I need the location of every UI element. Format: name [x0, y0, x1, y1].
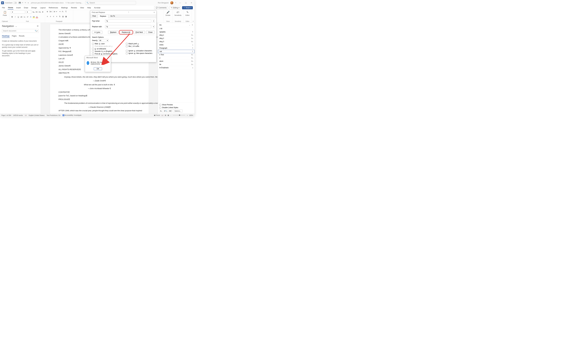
increase-indent-icon[interactable]: ⇥ — [59, 10, 61, 13]
font-color-icon[interactable]: A — [36, 16, 38, 18]
focus-mode-button[interactable]: ▣ Focus — [154, 114, 160, 116]
status-language[interactable]: English (United States) — [29, 115, 45, 116]
tab-review[interactable]: Review — [71, 6, 77, 9]
shrink-font-icon[interactable]: A▾ — [35, 11, 38, 13]
status-words[interactable]: 142518 words — [13, 115, 23, 116]
close-button[interactable]: Close — [146, 31, 155, 34]
tab-draw[interactable]: Draw — [24, 6, 28, 9]
user-avatar-icon[interactable] — [170, 1, 173, 4]
style-item[interactable]: le Emphasisa — [158, 66, 194, 69]
clear-formatting-icon[interactable]: A̸ — [42, 11, 44, 13]
tab-mailings[interactable]: Mailings — [61, 6, 68, 9]
search-box[interactable]: 🔍 Search — [85, 1, 136, 5]
new-style-icon[interactable]: A₊ — [159, 109, 163, 112]
style-item[interactable]: Paragraph¶ — [158, 46, 194, 50]
show-preview-checkbox[interactable]: Show Preview — [159, 104, 193, 106]
bold-icon[interactable]: B — [11, 16, 13, 18]
less-button[interactable]: << Less — [92, 31, 102, 34]
replace-all-button[interactable]: Replace All — [120, 31, 132, 34]
tab-acrobat[interactable]: Acrobat — [94, 6, 101, 9]
spellcheck-icon[interactable]: 📖 — [25, 114, 27, 116]
redo-icon[interactable]: ↷ — [24, 2, 27, 4]
style-item[interactable]: erlinka — [158, 43, 194, 46]
nav-tab-headings[interactable]: Headings — [2, 34, 10, 38]
style-item[interactable]: r All — [158, 27, 194, 30]
font-size-select[interactable]: ▾ — [26, 10, 32, 13]
maximize-icon[interactable]: ▢ — [184, 2, 188, 4]
zoom-in-icon[interactable]: + — [187, 115, 187, 116]
tab-view[interactable]: View — [80, 6, 84, 9]
fr-tab-goto[interactable]: Go To — [108, 14, 117, 18]
tab-home[interactable]: Home — [8, 6, 13, 9]
search-scope-select[interactable]: All▾ — [99, 39, 109, 42]
share-button[interactable]: ⇪ Share ▾ — [182, 6, 193, 9]
style-options-button[interactable]: Options... — [173, 110, 183, 112]
close-icon[interactable]: ✕ — [192, 24, 193, 26]
tab-design[interactable]: Design — [31, 6, 37, 9]
match-prefix-checkbox[interactable]: Match prefix — [126, 43, 152, 45]
decrease-indent-icon[interactable]: ⇤ — [56, 10, 58, 13]
disable-linked-checkbox[interactable]: Disable Linked Styles — [159, 107, 193, 109]
paste-button[interactable]: 📋Paste — [1, 10, 9, 16]
ignore-whitespace-checkbox[interactable]: Ignore white-space characters — [126, 52, 152, 54]
match-suffix-checkbox[interactable]: Match suffix — [126, 45, 152, 47]
style-item[interactable]: ature⁋a — [158, 60, 194, 63]
tab-layout[interactable]: Layout — [40, 6, 46, 9]
style-item[interactable]: ding 3⁋a — [158, 40, 194, 43]
qat-dropdown-icon[interactable]: ▾ — [27, 2, 30, 4]
switch-off-icon[interactable] — [13, 2, 17, 4]
help-icon[interactable]: ? — [128, 11, 129, 13]
style-item[interactable]: ography¶ — [158, 30, 194, 33]
all-word-forms-checkbox[interactable]: Find all word forms (English) — [92, 53, 117, 55]
sounds-like-checkbox[interactable]: Sounds like (English) — [92, 50, 117, 52]
status-accessibility[interactable]: ♿ Accessibility: Investigate — [62, 114, 82, 116]
fr-tab-find[interactable]: Find — [90, 14, 98, 18]
read-mode-icon[interactable]: 📖 — [161, 114, 163, 116]
close-icon[interactable]: ✕ — [189, 2, 193, 4]
fr-tab-replace[interactable]: Replace — [98, 14, 108, 18]
zoom-slider[interactable] — [173, 115, 185, 116]
status-predictions[interactable]: Text Predictions: On — [46, 115, 60, 116]
multilevel-list-icon[interactable]: ⋮≣ — [52, 10, 55, 13]
italic-icon[interactable]: I — [14, 16, 16, 18]
align-center-icon[interactable]: ≡ — [49, 15, 52, 18]
style-item[interactable]: tle⁋a — [158, 63, 194, 66]
style-item[interactable]: ding 2⁋a — [158, 37, 194, 40]
grow-font-icon[interactable]: A▴ — [32, 11, 34, 13]
sort-icon[interactable]: A↓ — [62, 10, 64, 13]
change-case-icon[interactable]: Aa — [39, 11, 41, 13]
sensitivity-button[interactable]: 🏷Sensitivity — [174, 10, 182, 16]
strikethrough-icon[interactable]: ab — [20, 16, 23, 18]
editing-mode-button[interactable]: ✎ Editing ▾ — [169, 6, 181, 9]
save-icon[interactable]: 💾 — [18, 2, 21, 4]
comments-button[interactable]: 💬 Comments — [154, 6, 168, 9]
align-left-icon[interactable]: ≡ — [46, 15, 48, 18]
nav-search-input[interactable]: Search document🔍▾ — [2, 29, 39, 33]
borders-icon[interactable]: ▦ — [65, 15, 67, 18]
zoom-level[interactable]: 100% — [189, 115, 193, 116]
close-icon[interactable]: ✕ — [37, 25, 39, 28]
highlight-icon[interactable]: ab — [33, 16, 35, 18]
close-icon[interactable]: ✕ — [154, 11, 155, 13]
numbering-icon[interactable]: 1≣ — [49, 10, 52, 13]
chevron-down-icon[interactable]: ⌄ — [189, 24, 190, 26]
manage-styles-icon[interactable]: A⚙ — [168, 109, 172, 112]
subscript-icon[interactable]: x₂ — [23, 16, 26, 18]
replace-with-input[interactable]: ^p — [105, 25, 151, 28]
style-item[interactable]: ding 1⁋a — [158, 33, 194, 37]
text-effects-icon[interactable]: A — [30, 16, 32, 18]
replace-button[interactable]: Replace — [108, 31, 118, 34]
style-inspector-icon[interactable]: A🔍 — [164, 109, 168, 112]
editor-button[interactable]: ✎Editor — [185, 10, 190, 16]
collapse-ribbon-icon[interactable]: ⌄ — [192, 20, 194, 22]
zoom-out-icon[interactable]: − — [170, 115, 171, 116]
shading-icon[interactable]: ▥ — [62, 15, 64, 18]
nav-tab-pages[interactable]: Pages — [12, 34, 17, 38]
justify-icon[interactable]: ≡ — [56, 15, 58, 18]
line-spacing-icon[interactable]: ⇅ — [59, 15, 61, 18]
font-family-select[interactable]: ▾ — [11, 10, 25, 13]
underline-icon[interactable]: U — [17, 16, 19, 18]
print-layout-icon[interactable]: ▤ — [165, 114, 166, 116]
ok-button[interactable]: OK — [94, 67, 102, 70]
wildcards-checkbox[interactable]: Use wildcards — [92, 48, 117, 50]
